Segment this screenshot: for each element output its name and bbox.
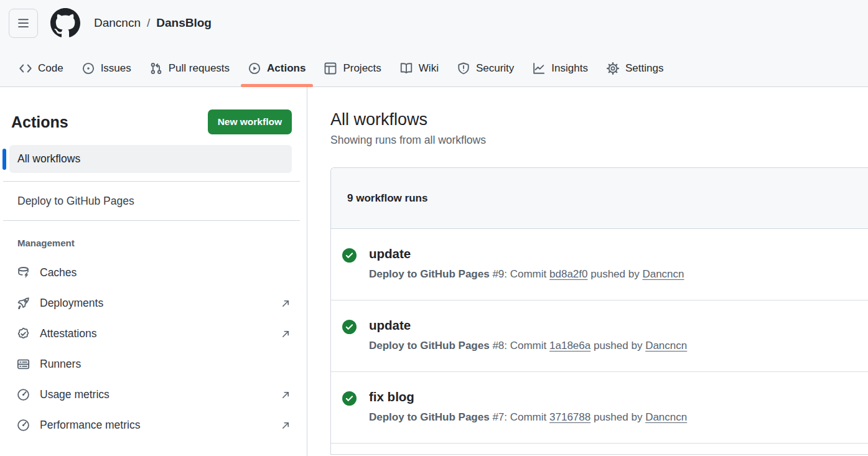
run-workflow-name: Deploy to GitHub Pages — [369, 411, 490, 423]
management-section-label: Management — [17, 238, 307, 248]
tab-projects[interactable]: Projects — [318, 50, 387, 86]
github-logo-icon[interactable] — [50, 8, 80, 38]
runs-count-header: 9 workflow runs — [331, 168, 868, 229]
sidebar-item-workflow-deploy[interactable]: Deploy to GitHub Pages — [0, 182, 307, 220]
sidebar-item-performance-metrics[interactable]: Performance metrics — [0, 410, 307, 440]
sidebar-item-runners[interactable]: Runners — [0, 349, 307, 379]
tab-label: Actions — [267, 62, 306, 75]
verified-icon — [17, 327, 30, 340]
code-icon — [19, 62, 32, 75]
breadcrumb: Dancncn / DansBlog — [94, 16, 212, 30]
server-icon — [17, 358, 30, 371]
tab-settings[interactable]: Settings — [600, 50, 670, 86]
workflow-run-row[interactable]: update Deploy to GitHub Pages #9: Commit… — [331, 229, 868, 300]
tab-label: Projects — [343, 62, 381, 75]
page-body: Actions New workflow All workflows Deplo… — [0, 87, 868, 456]
actions-sidebar: Actions New workflow All workflows Deplo… — [0, 87, 307, 456]
check-circle-icon — [342, 391, 357, 406]
graph-icon — [533, 62, 545, 75]
run-text: fix blog Deploy to GitHub Pages #7: Comm… — [369, 389, 687, 424]
app-header: Dancncn / DansBlog Code Issues — [0, 0, 868, 87]
meter-icon — [17, 419, 30, 432]
play-circle-icon — [248, 62, 261, 75]
run-number-text: #7: Commit — [492, 411, 546, 423]
new-workflow-button[interactable]: New workflow — [208, 109, 292, 134]
commit-link[interactable]: bd8a2f0 — [549, 268, 587, 280]
commit-link[interactable]: 1a18e6a — [549, 340, 590, 351]
tab-wiki[interactable]: Wiki — [394, 50, 445, 86]
run-number-text: #9: Commit — [492, 268, 546, 280]
sidebar-item-label: Caches — [40, 266, 77, 279]
issue-opened-icon — [82, 62, 95, 75]
run-number-text: #8: Commit — [492, 340, 546, 351]
gear-icon — [607, 62, 619, 75]
tab-pull-requests[interactable]: Pull requests — [144, 50, 236, 86]
tab-insights[interactable]: Insights — [526, 50, 594, 86]
breadcrumb-repo-link[interactable]: DansBlog — [156, 16, 212, 30]
run-workflow-name: Deploy to GitHub Pages — [369, 340, 490, 351]
run-title-link[interactable]: update — [369, 246, 684, 261]
pushed-by-text: pushed by — [590, 268, 639, 280]
repo-nav-tabs: Code Issues Pull requests Actions — [10, 50, 673, 86]
book-icon — [400, 62, 413, 75]
sidebar-item-caches[interactable]: Caches — [0, 258, 307, 288]
breadcrumb-separator: / — [147, 16, 150, 30]
sidebar-title: Actions — [11, 113, 68, 131]
sidebar-divider — [3, 220, 300, 221]
page-subtitle: Showing runs from all workflows — [330, 134, 868, 147]
sidebar-header: Actions New workflow — [11, 109, 292, 134]
run-text: update Deploy to GitHub Pages #9: Commit… — [369, 246, 684, 281]
sidebar-item-label: Attestations — [40, 327, 96, 340]
sidebar-item-label: Performance metrics — [40, 419, 140, 432]
run-text: update Deploy to GitHub Pages #8: Commit… — [369, 318, 687, 352]
author-link[interactable]: Dancncn — [645, 411, 687, 423]
run-workflow-name: Deploy to GitHub Pages — [369, 268, 490, 280]
sidebar-item-all-workflows[interactable]: All workflows — [9, 145, 292, 173]
tab-label: Code — [38, 62, 63, 75]
run-subtitle: Deploy to GitHub Pages #7: Commit 371678… — [369, 411, 687, 424]
workflow-runs-box: 9 workflow runs update Deploy to GitHub … — [330, 167, 868, 455]
arrow-up-right-icon — [281, 421, 291, 430]
tab-label: Settings — [625, 62, 663, 75]
run-subtitle: Deploy to GitHub Pages #8: Commit 1a18e6… — [369, 340, 687, 352]
pushed-by-text: pushed by — [594, 411, 642, 423]
pull-request-icon — [150, 62, 162, 75]
tab-label: Security — [476, 62, 514, 75]
author-link[interactable]: Dancncn — [642, 268, 684, 280]
management-list: Caches Deployments Attestations — [0, 258, 307, 440]
hamburger-menu-button[interactable] — [9, 9, 38, 38]
tab-security[interactable]: Security — [451, 50, 520, 86]
run-title-link[interactable]: fix blog — [369, 389, 687, 404]
sidebar-item-deployments[interactable]: Deployments — [0, 288, 307, 319]
run-title-link[interactable]: update — [369, 318, 687, 333]
author-link[interactable]: Dancncn — [645, 340, 687, 351]
breadcrumb-owner-link[interactable]: Dancncn — [94, 16, 141, 30]
arrow-up-right-icon — [281, 299, 291, 309]
check-circle-icon — [342, 248, 357, 263]
tab-label: Wiki — [419, 62, 439, 75]
commit-link[interactable]: 3716788 — [549, 411, 590, 423]
arrow-up-right-icon — [281, 390, 291, 400]
header-top-row: Dancncn / DansBlog — [0, 0, 868, 38]
shield-icon — [457, 62, 470, 75]
table-icon — [324, 62, 337, 75]
page-title: All workflows — [330, 110, 868, 129]
tab-label: Pull requests — [169, 62, 230, 75]
cache-icon — [17, 266, 30, 279]
sidebar-item-label: Usage metrics — [40, 388, 110, 401]
tab-label: Issues — [101, 62, 131, 75]
sidebar-item-attestations[interactable]: Attestations — [0, 319, 307, 349]
workflow-run-row[interactable]: fix blog Deploy to GitHub Pages #7: Comm… — [331, 372, 868, 444]
sidebar-item-usage-metrics[interactable]: Usage metrics — [0, 379, 307, 410]
github-actions-page: Dancncn / DansBlog Code Issues — [0, 0, 868, 456]
tab-actions[interactable]: Actions — [242, 50, 312, 86]
meter-icon — [17, 388, 30, 401]
workflow-run-row[interactable]: update Deploy to GitHub Pages #8: Commit… — [331, 300, 868, 372]
tab-issues[interactable]: Issues — [76, 50, 138, 86]
all-workflows-label: All workflows — [17, 152, 80, 165]
tab-code[interactable]: Code — [13, 50, 70, 86]
rocket-icon — [17, 297, 30, 310]
run-subtitle: Deploy to GitHub Pages #9: Commit bd8a2f… — [369, 268, 684, 281]
arrow-up-right-icon — [281, 329, 291, 339]
sidebar-item-label: Deployments — [40, 297, 103, 310]
